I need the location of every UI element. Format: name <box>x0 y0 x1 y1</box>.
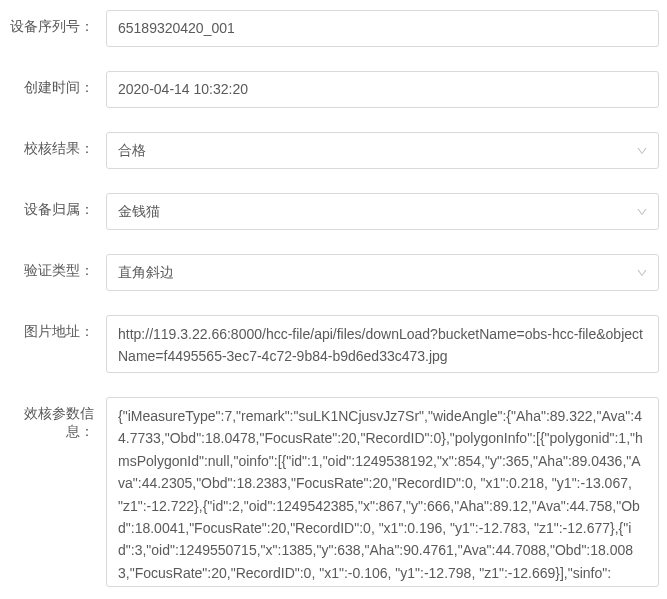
image-url-textarea[interactable] <box>106 315 659 373</box>
create-time-label: 创建时间： <box>8 71 106 97</box>
device-owner-label: 设备归属： <box>8 193 106 219</box>
create-time-input[interactable] <box>106 71 659 108</box>
params-info-label: 效核参数信息： <box>8 397 106 441</box>
device-serial-label: 设备序列号： <box>8 10 106 36</box>
check-result-select[interactable]: 合格 <box>106 132 659 169</box>
check-result-label: 校核结果： <box>8 132 106 158</box>
verify-type-select[interactable]: 直角斜边 <box>106 254 659 291</box>
verify-type-label: 验证类型： <box>8 254 106 280</box>
device-serial-input[interactable] <box>106 10 659 47</box>
params-info-textarea[interactable] <box>106 397 659 587</box>
device-owner-select[interactable]: 金钱猫 <box>106 193 659 230</box>
image-url-label: 图片地址： <box>8 315 106 341</box>
